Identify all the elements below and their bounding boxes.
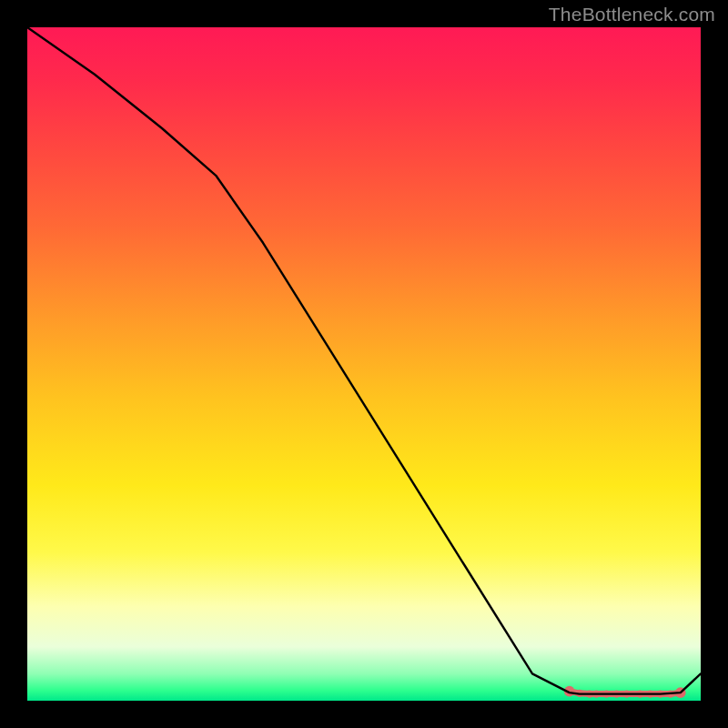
chart-stage: TheBottleneck.com [0,0,728,728]
plot-area [27,27,701,701]
watermark-text: TheBottleneck.com [549,4,715,25]
